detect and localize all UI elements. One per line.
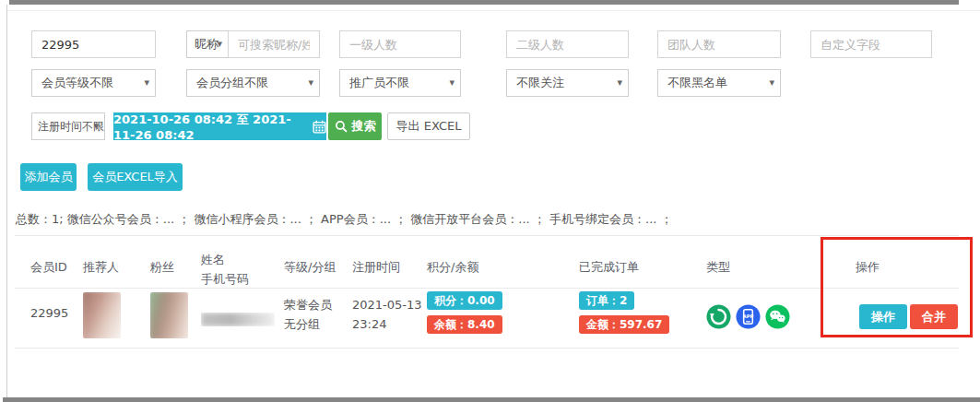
summary-divider — [15, 235, 959, 236]
import-excel-button[interactable]: 会员EXCEL导入 — [88, 163, 183, 191]
custom-field-input[interactable] — [810, 30, 932, 58]
header-level-group: 等级/分组 — [284, 259, 336, 276]
wechat-open-platform-icon — [706, 304, 731, 329]
header-divider — [15, 288, 959, 289]
blacklist-select[interactable]: 不限黑名单 — [657, 69, 781, 97]
header-name-phone: 姓名 手机号码 — [201, 250, 249, 289]
search-button-label: 搜索 — [352, 118, 376, 135]
register-time-label: 注册时间不限 — [38, 120, 104, 133]
name-phone-redacted — [201, 313, 275, 326]
header-fans: 粉丝 — [150, 259, 174, 276]
header-name-line1: 姓名 — [201, 250, 249, 269]
nickname-type-select[interactable]: 昵称 — [186, 30, 229, 58]
date-range-picker[interactable]: 2021-10-26 08:42 至 2021-11-26 08:42 — [113, 112, 326, 140]
level1-count-input[interactable] — [339, 30, 461, 58]
header-type: 类型 — [706, 259, 730, 276]
row-divider — [15, 348, 959, 349]
member-group-select[interactable]: 会员分组不限 — [186, 69, 320, 97]
promoter-label: 推广员不限 — [349, 76, 409, 89]
calendar-icon — [313, 120, 326, 134]
cell-type-icons: APP — [706, 304, 790, 329]
header-completed-orders: 已完成订单 — [579, 259, 639, 276]
header-register-time: 注册时间 — [352, 259, 400, 276]
header-referrer: 推荐人 — [83, 259, 119, 276]
row-operate-button[interactable]: 操作 — [859, 304, 907, 329]
add-member-button[interactable]: 添加会员 — [20, 163, 77, 191]
follow-label: 不限关注 — [516, 76, 564, 89]
member-level-value: 荣誉会员 — [284, 295, 332, 314]
points-badge: 积分：0.00 — [427, 291, 502, 310]
orders-badge: 订单：2 — [579, 291, 634, 310]
member-id-input[interactable] — [31, 30, 156, 58]
cell-level-group: 荣誉会员 无分组 — [284, 295, 332, 334]
export-excel-button[interactable]: 导出 EXCEL — [387, 112, 470, 140]
row-merge-button[interactable]: 合并 — [910, 304, 958, 329]
cell-completed-orders: 订单：2 金额：597.67 — [579, 290, 669, 334]
header-member-id: 会员ID — [30, 259, 67, 276]
cell-register-time: 2021-05-13 23:24 — [352, 295, 422, 334]
register-time-select[interactable]: 注册时间不限 — [31, 112, 105, 140]
svg-text:APP: APP — [743, 313, 754, 319]
team-count-input[interactable] — [657, 30, 781, 58]
balance-badge: 余额：8.40 — [427, 315, 502, 334]
date-range-value: 2021-10-26 08:42 至 2021-11-26 08:42 — [113, 112, 305, 142]
register-date-value: 2021-05-13 — [352, 295, 422, 314]
search-icon — [335, 120, 348, 133]
header-name-line2: 手机号码 — [201, 269, 249, 289]
promoter-select[interactable]: 推广员不限 — [339, 69, 461, 97]
window-left-border — [6, 5, 7, 397]
fans-avatar — [150, 292, 188, 338]
cell-points-balance: 积分：0.00 余额：8.40 — [427, 290, 502, 334]
amount-badge: 金额：597.67 — [579, 315, 669, 334]
member-level-select[interactable]: 会员等级不限 — [31, 69, 156, 97]
member-group-label: 会员分组不限 — [196, 76, 268, 89]
level2-count-input[interactable] — [506, 30, 629, 58]
follow-select[interactable]: 不限关注 — [506, 69, 629, 97]
wechat-icon — [765, 304, 790, 329]
header-points-balance: 积分/余额 — [427, 259, 478, 276]
window-bottom-bar — [3, 397, 980, 402]
member-level-label: 会员等级不限 — [41, 76, 113, 89]
member-group-value: 无分组 — [284, 314, 332, 334]
register-time-value: 23:24 — [352, 314, 422, 334]
panel-top-border — [7, 10, 980, 11]
member-summary-text: 总数：1; 微信公众号会员：... ； 微信小程序会员：... ； APP会员：… — [16, 211, 673, 228]
nickname-search-input[interactable] — [228, 30, 320, 58]
search-button[interactable]: 搜索 — [328, 112, 382, 140]
window-top-bar — [9, 0, 959, 5]
app-icon: APP — [736, 304, 761, 329]
header-operation: 操作 — [856, 259, 880, 276]
cell-member-id: 22995 — [30, 306, 68, 320]
nickname-type-label: 昵称 — [195, 37, 218, 51]
referrer-avatar — [83, 292, 121, 338]
blacklist-label: 不限黑名单 — [667, 76, 727, 89]
